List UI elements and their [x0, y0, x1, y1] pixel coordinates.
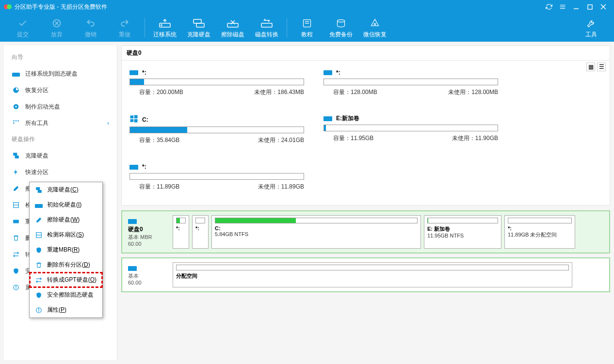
unused-label: 未使用：11.90GB	[442, 134, 498, 142]
partition-card[interactable]: *: 容量：200.00MB未使用：186.43MB	[129, 68, 304, 103]
undo-button: 撤销	[74, 14, 108, 42]
sidebar-item-label: 恢复分区	[25, 86, 48, 95]
svg-rect-26	[18, 120, 19, 121]
capacity-label: 容量：200.00MB	[129, 88, 183, 96]
sidebar-item-label: 所有工具	[25, 119, 48, 127]
refresh-icon[interactable]	[542, 0, 556, 14]
svg-point-23	[15, 106, 17, 108]
partition-bar	[427, 218, 498, 223]
maximize-button[interactable]	[583, 0, 597, 14]
partition-card[interactable]: E:新加卷 容量：11.95GB未使用：11.90GB	[323, 114, 498, 151]
disk-partition[interactable]: *:11.89GB 未分配空间	[504, 215, 575, 249]
grid-icon	[12, 119, 20, 127]
partition-size: 11.95GB NTFS	[427, 233, 498, 238]
svg-rect-43	[129, 165, 138, 170]
unused-label: 未使用：11.89GB	[248, 183, 304, 191]
wechat-recover-button[interactable]: 微信恢复	[358, 14, 392, 42]
partition-card[interactable]: *: 容量：11.89GB未使用：11.89GB	[129, 163, 304, 197]
partition-bar	[176, 265, 569, 270]
sidebar-item[interactable]: 快速分区	[4, 164, 117, 180]
backup-button[interactable]: 免费备份	[324, 14, 358, 42]
svg-rect-27	[13, 123, 14, 124]
partition-bar	[176, 218, 186, 223]
svg-rect-16	[227, 23, 238, 27]
section-wizard: 向导	[4, 49, 117, 65]
svg-rect-6	[587, 4, 592, 9]
convert-icon	[12, 250, 20, 259]
toolbar-separator	[145, 18, 145, 37]
toolbar: 提交 放弃 撤销 重做 迁移系统 克隆硬盘 擦除磁盘 磁盘转换 教程 免费备份 …	[0, 14, 614, 42]
window-title: 分区助手专业版 - 无损分区免费软件	[15, 3, 542, 11]
sidebar-item[interactable]: 迁移系统到固态硬盘	[4, 65, 117, 82]
disk-partition[interactable]: *:	[192, 215, 209, 249]
svg-point-1	[7, 4, 12, 9]
tutorial-button[interactable]: 教程	[290, 14, 324, 42]
svg-point-35	[16, 286, 16, 286]
chevron-right-icon: ›	[107, 120, 109, 127]
usage-bar	[323, 79, 498, 85]
close-button[interactable]	[597, 0, 610, 14]
usage-bar	[129, 127, 304, 133]
svg-rect-21	[12, 73, 20, 77]
trash-icon	[12, 234, 20, 242]
convert-disk-button[interactable]: 磁盘转换	[250, 14, 284, 42]
partition-label: E: 新加卷	[427, 225, 498, 233]
disk-icon	[128, 264, 168, 272]
sidebar-item[interactable]: 制作启动光盘	[4, 98, 117, 115]
disk-row[interactable]: 基本60.00分配空间	[121, 257, 610, 292]
svg-rect-14	[194, 19, 201, 23]
disk-partition[interactable]: C:5.84GB NTFS	[211, 215, 421, 249]
sidebar-item[interactable]: 克隆硬盘	[4, 147, 117, 164]
commit-button: 提交	[6, 14, 40, 42]
partition-name: *:	[142, 163, 146, 170]
sidebar-item-label: 快速分区	[25, 168, 48, 176]
sidebar-item-label: 克隆硬盘	[25, 152, 48, 160]
svg-rect-17	[261, 23, 272, 27]
disk-row[interactable]: 硬盘0基本 MBR60.00*:*:C:5.84GB NTFSE: 新加卷11.…	[121, 210, 610, 253]
view-grid-icon[interactable]: ▦	[586, 63, 595, 71]
disk-icon	[128, 217, 168, 225]
sidebar-item[interactable]: 所有工具›	[4, 115, 117, 131]
disk-partition[interactable]: 分配空间	[173, 262, 572, 287]
partition-size: 5.84GB NTFS	[215, 231, 418, 237]
partition-name: E:新加卷	[336, 114, 359, 123]
partition-name: *:	[336, 69, 340, 76]
unused-label: 未使用：24.01GB	[248, 136, 304, 144]
scan-icon	[12, 201, 20, 209]
partition-card[interactable]: *: 容量：128.00MB未使用：128.00MB	[323, 68, 498, 103]
clone-icon	[12, 151, 20, 160]
svg-rect-37	[323, 70, 332, 75]
partition-cards: ▦ ☰ *: 容量：200.00MB未使用：186.43MB*: 容量：128.…	[121, 60, 610, 206]
partition-card[interactable]: C: 容量：35.84GB未使用：24.01GB	[129, 114, 304, 151]
partition-label: *:	[176, 225, 186, 231]
sidebar-item[interactable]: 恢复分区	[4, 82, 117, 98]
partition-icon	[323, 114, 332, 123]
app-logo-icon	[4, 3, 12, 11]
svg-rect-25	[16, 120, 16, 121]
partition-icon	[129, 114, 138, 125]
view-list-icon[interactable]: ☰	[597, 63, 606, 71]
wipe-disk-button[interactable]: 擦除磁盘	[216, 14, 250, 42]
unused-label: 未使用：186.43MB	[244, 88, 304, 96]
migrate-os-button[interactable]: 迁移系统	[148, 14, 182, 42]
usage-bar	[129, 79, 304, 85]
svg-rect-40	[130, 119, 134, 122]
svg-rect-24	[13, 120, 14, 121]
partition-icon	[129, 68, 138, 77]
disk-partition[interactable]: *:	[173, 215, 189, 249]
partition-name: *:	[142, 69, 146, 76]
capacity-label: 容量：128.00MB	[323, 88, 377, 96]
clone-disk-button[interactable]: 克隆硬盘	[182, 14, 216, 42]
menu-icon[interactable]	[556, 0, 569, 14]
svg-rect-44	[128, 219, 137, 224]
partition-name: C:	[142, 116, 148, 123]
disk-heading: 硬盘0	[121, 46, 610, 60]
disk-info: 基本60.00	[126, 262, 170, 287]
partition-label: 分配空间	[176, 272, 569, 280]
disk-partition[interactable]: E: 新加卷11.95GB NTFS	[424, 215, 501, 249]
tools-button[interactable]: 工具	[574, 14, 608, 42]
disk-icon	[12, 69, 20, 78]
capacity-label: 容量：11.89GB	[129, 183, 179, 191]
minimize-button[interactable]	[569, 0, 583, 14]
burn-icon	[12, 102, 20, 111]
